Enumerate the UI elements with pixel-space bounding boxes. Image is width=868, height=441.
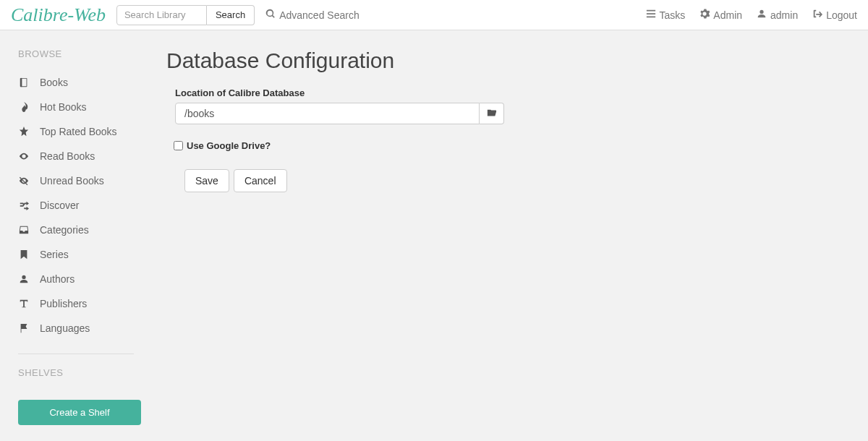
- user-label: admin: [770, 9, 798, 21]
- sidebar-item-label: Languages: [40, 322, 90, 334]
- db-location-input-group: [175, 103, 504, 124]
- sidebar: BROWSE Books Hot Books Top Rated Books R…: [0, 30, 145, 441]
- text-icon: [18, 299, 30, 309]
- sidebar-item-authors[interactable]: Authors: [18, 267, 134, 291]
- form-button-row: Save Cancel: [184, 169, 846, 192]
- admin-label: Admin: [713, 9, 742, 21]
- browse-folder-button[interactable]: [480, 103, 504, 124]
- gdrive-label[interactable]: Use Google Drive?: [187, 140, 271, 151]
- fire-icon: [18, 102, 30, 112]
- sidebar-item-label: Books: [40, 77, 68, 88]
- flag-icon: [18, 323, 30, 333]
- sidebar-item-label: Top Rated Books: [40, 126, 117, 137]
- sidebar-item-label: Discover: [40, 200, 79, 211]
- brand-logo[interactable]: Calibre-Web: [11, 4, 106, 26]
- sidebar-item-unread-books[interactable]: Unread Books: [18, 168, 134, 193]
- sidebar-item-label: Categories: [40, 224, 89, 236]
- advanced-search-link[interactable]: Advanced Search: [265, 9, 359, 21]
- logout-link[interactable]: Logout: [812, 9, 857, 21]
- book-icon: [18, 77, 30, 87]
- tasks-icon: [646, 9, 656, 21]
- gear-icon: [699, 9, 710, 21]
- star-icon: [18, 127, 30, 137]
- db-location-input[interactable]: [175, 103, 480, 124]
- sidebar-item-hot-books[interactable]: Hot Books: [18, 95, 134, 119]
- bookmark-icon: [18, 249, 30, 260]
- sidebar-item-books[interactable]: Books: [18, 70, 134, 95]
- inbox-icon: [18, 225, 30, 235]
- cancel-button[interactable]: Cancel: [234, 169, 287, 192]
- folder-open-icon: [487, 108, 497, 120]
- search-input[interactable]: [116, 5, 207, 25]
- sidebar-item-label: Unread Books: [40, 175, 104, 187]
- main-content: Database Configuration Location of Calib…: [145, 30, 868, 441]
- gdrive-checkbox-group: Use Google Drive?: [174, 140, 846, 151]
- sidebar-item-discover[interactable]: Discover: [18, 193, 134, 218]
- admin-link[interactable]: Admin: [699, 9, 742, 21]
- sidebar-item-languages[interactable]: Languages: [18, 316, 134, 341]
- top-navbar: Calibre-Web Search Advanced Search Tasks…: [0, 0, 868, 30]
- save-button[interactable]: Save: [184, 169, 229, 192]
- sidebar-item-series[interactable]: Series: [18, 242, 134, 267]
- shelves-heading: SHELVES: [18, 367, 134, 378]
- eye-icon: [18, 151, 30, 161]
- sidebar-item-label: Read Books: [40, 150, 95, 162]
- create-shelf-button[interactable]: Create a Shelf: [18, 400, 141, 425]
- sidebar-item-label: Series: [40, 249, 69, 260]
- search-icon: [265, 9, 276, 21]
- sidebar-item-read-books[interactable]: Read Books: [18, 144, 134, 168]
- sidebar-item-label: Publishers: [40, 298, 87, 309]
- sidebar-item-publishers[interactable]: Publishers: [18, 291, 134, 316]
- page-title: Database Configuration: [166, 48, 846, 73]
- tasks-link[interactable]: Tasks: [646, 9, 686, 21]
- sidebar-item-label: Hot Books: [40, 101, 87, 113]
- sidebar-item-label: Authors: [40, 273, 75, 285]
- advanced-search-label: Advanced Search: [279, 9, 359, 21]
- logout-icon: [812, 9, 822, 21]
- logout-label: Logout: [826, 9, 857, 21]
- nav-right: Tasks Admin admin Logout: [646, 9, 857, 21]
- sidebar-divider: [18, 354, 134, 354]
- user-icon: [757, 9, 767, 21]
- user-link[interactable]: admin: [757, 9, 798, 21]
- db-location-label: Location of Calibre Database: [175, 87, 846, 98]
- tasks-label: Tasks: [660, 9, 686, 21]
- eye-slash-icon: [18, 176, 30, 186]
- search-button[interactable]: Search: [207, 5, 255, 25]
- gdrive-checkbox[interactable]: [174, 141, 183, 150]
- sidebar-item-top-rated[interactable]: Top Rated Books: [18, 119, 134, 144]
- user-icon: [18, 274, 30, 284]
- search-form: Search: [116, 5, 255, 25]
- sidebar-item-categories[interactable]: Categories: [18, 218, 134, 242]
- browse-heading: BROWSE: [18, 48, 134, 59]
- random-icon: [18, 200, 30, 210]
